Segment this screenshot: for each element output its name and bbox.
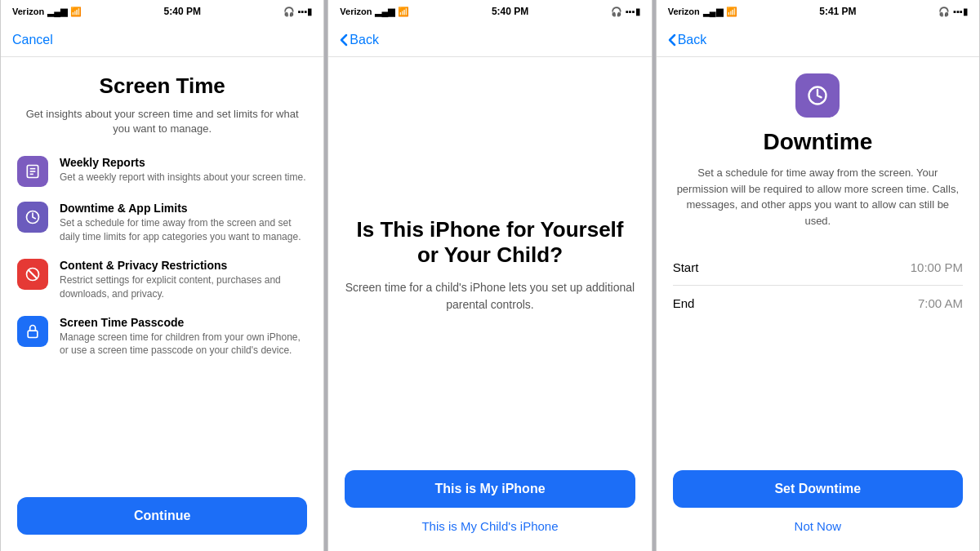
- my-iphone-button[interactable]: This is My iPhone: [345, 470, 635, 508]
- nav-bar-3: Back: [657, 23, 979, 57]
- start-value: 10:00 PM: [911, 260, 963, 274]
- feature-downtime: Downtime & App Limits Set a schedule for…: [17, 202, 307, 244]
- battery-icon-2: ▪▪▪▮: [626, 7, 640, 17]
- nav-bar-2: Back: [328, 23, 651, 57]
- carrier-3: Verizon: [668, 7, 700, 16]
- end-label: End: [673, 296, 695, 310]
- status-left-2: Verizon ▂▄▆ 📶: [340, 7, 409, 17]
- status-right-1: 🎧 ▪▪▪▮: [283, 7, 313, 17]
- carrier-2: Verizon: [340, 7, 372, 16]
- screen2-title: Is This iPhone for Yourself or Your Chil…: [345, 217, 635, 268]
- chevron-left-icon-2: [340, 33, 348, 47]
- set-downtime-button[interactable]: Set Downtime: [673, 470, 963, 508]
- end-value: 7:00 AM: [918, 296, 963, 310]
- end-time-row: End 7:00 AM: [673, 286, 963, 321]
- signal-1: ▂▄▆: [47, 7, 67, 17]
- weekly-reports-desc: Get a weekly report with insights about …: [60, 171, 305, 184]
- time-3: 5:41 PM: [819, 6, 856, 17]
- time-1: 5:40 PM: [164, 6, 201, 17]
- cancel-button[interactable]: Cancel: [12, 33, 53, 47]
- screen2-content: Is This iPhone for Yourself or Your Chil…: [328, 57, 651, 457]
- battery-icon-3: ▪▪▪▮: [953, 7, 968, 17]
- screen2-bottom: This is My iPhone This is My Child's iPh…: [328, 457, 651, 551]
- status-right-2: 🎧 ▪▪▪▮: [611, 7, 640, 17]
- feature-restrictions: Content & Privacy Restrictions Restrict …: [17, 259, 307, 301]
- battery-icon-1: ▪▪▪▮: [298, 7, 313, 17]
- chevron-left-icon-3: [668, 33, 676, 47]
- carrier-1: Verizon: [12, 7, 44, 16]
- start-label: Start: [673, 260, 699, 274]
- back-button-3[interactable]: Back: [668, 33, 707, 47]
- screen3-bottom: Set Downtime Not Now: [657, 457, 979, 551]
- screen1-content: Screen Time Get insights about your scre…: [1, 57, 323, 484]
- screen1-subtitle: Get insights about your screen time and …: [17, 107, 307, 136]
- headphone-icon-1: 🎧: [283, 7, 295, 17]
- status-left-3: Verizon ▂▄▆ 📶: [668, 7, 737, 17]
- svg-line-6: [29, 270, 37, 278]
- weekly-reports-title: Weekly Reports: [60, 156, 305, 169]
- screen1-bottom: Continue: [1, 484, 323, 551]
- phone-screen-2: Verizon ▂▄▆ 📶 5:40 PM 🎧 ▪▪▪▮ Back Is Thi…: [327, 0, 652, 551]
- status-bar-2: Verizon ▂▄▆ 📶 5:40 PM 🎧 ▪▪▪▮: [328, 0, 651, 23]
- start-time-row: Start 10:00 PM: [673, 250, 963, 286]
- signal-2: ▂▄▆: [375, 7, 394, 17]
- child-iphone-button[interactable]: This is My Child's iPhone: [420, 518, 559, 535]
- time-2: 5:40 PM: [492, 6, 528, 17]
- status-right-3: 🎧 ▪▪▪▮: [938, 7, 968, 17]
- downtime-app-icon: [795, 73, 840, 118]
- screen3-title: Downtime: [673, 129, 963, 155]
- screen3-content: Downtime Set a schedule for time away fr…: [657, 57, 979, 457]
- passcode-title: Screen Time Passcode: [60, 316, 307, 329]
- weekly-reports-text: Weekly Reports Get a weekly report with …: [60, 156, 305, 184]
- phone-screen-3: Verizon ▂▄▆ 📶 5:41 PM 🎧 ▪▪▪▮ Back Downti…: [656, 0, 980, 551]
- feature-list: Weekly Reports Get a weekly report with …: [17, 156, 307, 358]
- back-button-2[interactable]: Back: [340, 33, 379, 47]
- signal-3: ▂▄▆: [703, 7, 723, 17]
- screen3-desc: Set a schedule for time away from the sc…: [673, 165, 963, 229]
- wifi-icon-1: 📶: [70, 7, 82, 17]
- restrictions-desc: Restrict settings for explicit content, …: [60, 273, 307, 301]
- restrictions-icon: [17, 259, 48, 290]
- wifi-icon-2: 📶: [398, 7, 409, 17]
- wifi-icon-3: 📶: [726, 7, 737, 17]
- passcode-desc: Manage screen time for children from you…: [60, 331, 307, 358]
- restrictions-title: Content & Privacy Restrictions: [60, 259, 307, 272]
- passcode-icon: [17, 316, 48, 347]
- nav-bar-1: Cancel: [1, 23, 323, 57]
- screen1-title: Screen Time: [17, 73, 307, 99]
- svg-rect-7: [28, 331, 38, 337]
- downtime-desc: Set a schedule for time away from the sc…: [60, 216, 307, 244]
- feature-weekly-reports: Weekly Reports Get a weekly report with …: [17, 156, 307, 187]
- restrictions-text: Content & Privacy Restrictions Restrict …: [60, 259, 307, 301]
- continue-button[interactable]: Continue: [17, 497, 307, 535]
- headphone-icon-2: 🎧: [611, 7, 622, 17]
- downtime-text: Downtime & App Limits Set a schedule for…: [60, 202, 307, 244]
- phone-screen-1: Verizon ▂▄▆ 📶 5:40 PM 🎧 ▪▪▪▮ Cancel Scre…: [0, 0, 324, 551]
- not-now-button[interactable]: Not Now: [793, 518, 844, 535]
- status-left-1: Verizon ▂▄▆ 📶: [12, 7, 82, 17]
- weekly-reports-icon: [17, 156, 48, 187]
- status-bar-3: Verizon ▂▄▆ 📶 5:41 PM 🎧 ▪▪▪▮: [657, 0, 979, 23]
- status-bar-1: Verizon ▂▄▆ 📶 5:40 PM 🎧 ▪▪▪▮: [1, 0, 323, 23]
- downtime-title: Downtime & App Limits: [60, 202, 307, 215]
- passcode-text: Screen Time Passcode Manage screen time …: [60, 316, 307, 358]
- screen2-subtitle: Screen time for a child's iPhone lets yo…: [345, 279, 635, 313]
- headphone-icon-3: 🎧: [938, 7, 950, 17]
- downtime-icon: [17, 202, 48, 233]
- feature-passcode: Screen Time Passcode Manage screen time …: [17, 316, 307, 358]
